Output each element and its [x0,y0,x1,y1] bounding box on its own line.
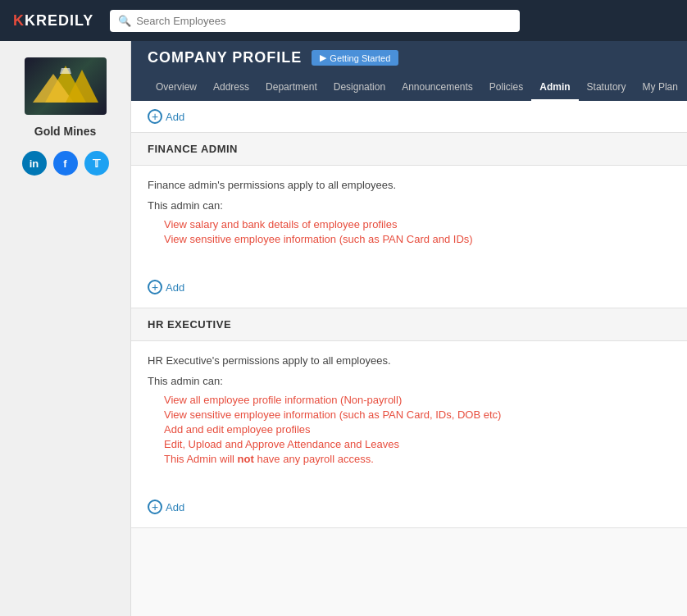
company-name: Gold Mines [34,125,96,138]
hr-executive-can: This admin can: [148,375,671,387]
circle-plus-icon: + [148,500,162,514]
sidebar: Gold Mines in f 𝕋 [0,41,131,616]
hr-add-label: Add [166,501,184,513]
top-add-label: Add [166,111,184,123]
hr-add-button[interactable]: + Add [148,500,184,514]
top-bar: KKREDILY 🔍 [0,0,687,41]
circle-plus-icon: + [148,280,162,294]
finance-admin-header: FINANCE ADMIN [131,133,687,166]
tab-department[interactable]: Department [257,75,325,101]
finance-admin-can: This admin can: [148,199,671,212]
logo-text: KREDILY [25,12,93,29]
tab-statutory[interactable]: Statutory [579,75,635,101]
finance-admin-permissions: View salary and bank details of employee… [164,218,671,245]
profile-title: COMPANY PROFILE [148,49,302,66]
getting-started-label: Getting Started [330,53,390,63]
hr-executive-description: HR Executive's permissions apply to all … [148,354,671,367]
finance-admin-body: Finance admin's permissions apply to all… [131,166,687,271]
company-logo [25,57,107,115]
hr-executive-body: HR Executive's permissions apply to all … [131,341,687,491]
twitter-icon[interactable]: 𝕋 [84,151,109,176]
hr-executive-add-section: + Add [131,491,687,527]
tab-address[interactable]: Address [205,75,257,101]
logo: KKREDILY [13,12,93,30]
main-layout: Gold Mines in f 𝕋 COMPANY PROFILE ▶ Gett… [0,41,687,616]
permission-item: View salary and bank details of employee… [164,218,671,230]
profile-header: COMPANY PROFILE ▶ Getting Started [131,41,687,75]
logo-k: K [13,12,25,29]
facebook-icon[interactable]: f [53,151,78,176]
content-area: COMPANY PROFILE ▶ Getting Started Overvi… [131,41,687,616]
hr-executive-title: HR EXECUTIVE [148,318,231,331]
search-input[interactable] [136,15,512,27]
hr-executive-permissions: View all employee profile information (N… [164,394,671,465]
finance-admin-card: FINANCE ADMIN Finance admin's permission… [131,133,687,308]
permission-item: Edit, Upload and Approve Attendance and … [164,438,671,450]
search-icon: 🔍 [118,15,131,27]
svg-marker-3 [60,68,71,74]
getting-started-button[interactable]: ▶ Getting Started [312,50,398,66]
finance-add-button[interactable]: + Add [148,280,184,294]
permission-item-bold: This Admin will not have any payroll acc… [164,453,671,465]
tab-myplan[interactable]: My Plan [635,75,686,101]
nav-tabs: Overview Address Department Designation … [131,75,687,101]
hr-executive-card: HR EXECUTIVE HR Executive's permissions … [131,308,687,528]
tab-admin[interactable]: Admin [531,75,578,101]
top-add-button[interactable]: + Add [148,109,184,124]
finance-admin-description: Finance admin's permissions apply to all… [148,179,671,191]
tab-designation[interactable]: Designation [325,75,394,101]
tab-overview[interactable]: Overview [148,75,205,101]
permission-item: View sensitive employee information (suc… [164,233,671,245]
circle-plus-icon: + [148,109,162,124]
permission-item: Add and edit employee profiles [164,423,671,436]
hr-executive-header: HR EXECUTIVE [131,308,687,341]
linkedin-icon[interactable]: in [22,151,47,176]
finance-admin-title: FINANCE ADMIN [148,143,238,155]
permission-item: View all employee profile information (N… [164,394,671,406]
finance-add-label: Add [166,281,184,294]
page-content: + Add FINANCE ADMIN Finance admin's perm… [131,101,687,616]
tab-policies[interactable]: Policies [481,75,531,101]
permission-item: View sensitive employee information (suc… [164,408,671,421]
finance-admin-add-section: + Add [131,271,687,308]
social-icons: in f 𝕋 [22,151,109,176]
top-add-section: + Add [131,101,687,133]
play-icon: ▶ [320,52,326,63]
search-bar[interactable]: 🔍 [110,10,520,32]
tab-announcements[interactable]: Announcements [394,75,481,101]
